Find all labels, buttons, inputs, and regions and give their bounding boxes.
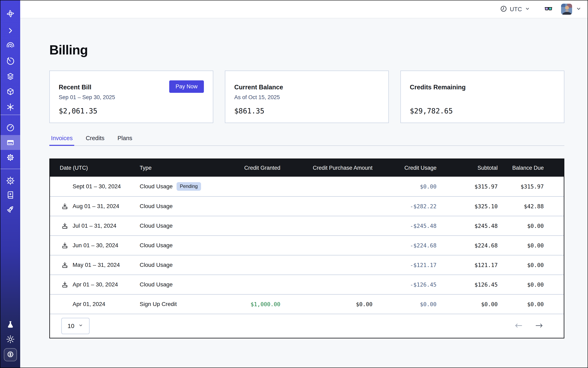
invoice-type: Cloud Usage (140, 183, 173, 190)
chevron-down-icon (78, 322, 83, 330)
tab-plans[interactable]: Plans (116, 135, 134, 146)
credit-usage-value: -$282.22 (372, 203, 436, 210)
sidebar-item-billing[interactable] (0, 135, 20, 150)
sidebar-item-admin[interactable] (0, 174, 20, 188)
sidebar-item-expand[interactable] (0, 23, 20, 38)
sidebar-item-monitor[interactable] (0, 38, 20, 54)
sidebar-divider (0, 169, 20, 169)
3d-glasses-icon (544, 10, 553, 14)
invoice-date: Apr 01 – 30, 2024 (72, 281, 118, 288)
sidebar-item-services[interactable] (0, 99, 20, 115)
balance-due-value: $0.00 (498, 242, 564, 249)
card-amount: $2,061.35 (59, 107, 204, 115)
timezone-dropdown[interactable]: UTC (500, 5, 531, 13)
scan-eye-icon (6, 41, 15, 51)
flask-icon (6, 320, 15, 329)
invoice-type: Sign Up Credit (140, 301, 177, 307)
asterisk-icon (6, 102, 15, 112)
user-avatar[interactable] (561, 4, 572, 15)
sidebar-item-history[interactable] (0, 54, 20, 69)
sidebar-group-bottom (0, 317, 20, 361)
credit-usage-value: -$224.68 (372, 242, 436, 249)
balance-due-value: $42.88 (498, 203, 564, 210)
invoice-date: Aug 01 – 31, 2024 (72, 203, 119, 210)
credit-usage-value: -$245.48 (372, 223, 436, 229)
sidebar-item-theme[interactable] (0, 332, 20, 347)
timezone-label: UTC (510, 6, 522, 13)
sidebar-item-quickstart[interactable] (0, 202, 20, 216)
sidebar-item-usage[interactable] (0, 120, 20, 135)
helm-wheel-icon (6, 176, 15, 185)
view-mode-button[interactable] (544, 4, 553, 14)
column-header-subtotal: Subtotal (436, 165, 498, 171)
invoice-date: Apr 01, 2024 (72, 301, 105, 307)
subtotal-value: $0.00 (436, 301, 498, 307)
subtotal-value: $245.48 (436, 223, 498, 229)
previous-page-button[interactable] (514, 322, 523, 330)
invoice-date: Jun 01 – 30, 2024 (72, 242, 118, 249)
sidebar-item-containers[interactable] (0, 84, 20, 99)
invoice-date: Sept 01 – 30, 2024 (72, 183, 121, 190)
credit-purchase-value: $0.00 (280, 301, 372, 307)
recent-bill-card: Recent Bill Sep 01 – Sep 30, 2025 $2,061… (49, 71, 213, 123)
column-header-balance-due: Balance Due (498, 165, 564, 171)
download-invoice-button[interactable] (61, 203, 68, 210)
layers-icon (6, 72, 15, 81)
topbar: UTC (20, 0, 588, 18)
chevron-right-icon (6, 26, 15, 35)
table-row: Apr 01 – 30, 2024 Cloud Usage -$126.45 $… (50, 275, 564, 294)
balance-due-value: $0.00 (498, 282, 564, 288)
sidebar-item-settings[interactable] (0, 150, 20, 165)
sidebar-item-layers[interactable] (0, 69, 20, 84)
gear-icon (6, 153, 15, 162)
credits-remaining-card: Credits Remaining $29,782.65 (400, 71, 564, 123)
column-header-date: Date (UTC) (50, 165, 140, 171)
card-amount: $861.35 (234, 107, 380, 115)
subtotal-value: $315.97 (436, 183, 498, 190)
clock-icon (500, 5, 507, 13)
credit-usage-value: $0.00 (372, 183, 436, 190)
table-row: Sept 01 – 30, 2024 Cloud Usage Pending $… (50, 177, 564, 196)
card-subtitle: Sep 01 – Sep 30, 2025 (59, 94, 204, 101)
invoice-date: May 01 – 31, 2024 (72, 262, 120, 268)
credits-button[interactable] (4, 348, 17, 361)
sidebar (0, 0, 20, 368)
tab-invoices[interactable]: Invoices (49, 135, 74, 146)
invoice-type: Cloud Usage (140, 262, 173, 268)
user-menu-chevron-down-icon[interactable] (575, 6, 582, 13)
tab-credits[interactable]: Credits (84, 135, 106, 146)
invoice-type: Cloud Usage (140, 222, 173, 229)
download-invoice-button[interactable] (61, 261, 68, 268)
gauge-icon (6, 123, 15, 132)
table-row: Aug 01 – 31, 2024 Cloud Usage -$282.22 $… (50, 196, 564, 216)
table-row: Apr 01, 2024 Sign Up Credit $1,000.00 $0… (50, 294, 564, 314)
download-invoice-button[interactable] (61, 222, 68, 229)
card-subtitle (410, 94, 555, 101)
download-invoice-button[interactable] (61, 242, 68, 249)
invoice-type: Cloud Usage (140, 242, 173, 249)
sidebar-item-docs[interactable] (0, 188, 20, 202)
summary-cards: Recent Bill Sep 01 – Sep 30, 2025 $2,061… (49, 71, 564, 123)
card-amount: $29,782.65 (410, 107, 555, 115)
status-badge: Pending (177, 182, 201, 191)
next-page-button[interactable] (535, 322, 544, 330)
table-row: May 01 – 31, 2024 Cloud Usage -$121.17 $… (50, 255, 564, 275)
sidebar-item-labs[interactable] (0, 317, 20, 332)
subtotal-value: $126.45 (436, 282, 498, 288)
sidebar-group-account (0, 120, 20, 165)
sidebar-group-resources (0, 174, 20, 216)
credit-granted-value: $1,000.00 (231, 301, 280, 307)
app-logo[interactable] (0, 0, 20, 23)
book-sparkle-icon (6, 190, 15, 200)
page-size-value: 10 (67, 322, 74, 330)
subtotal-value: $325.10 (436, 203, 498, 210)
download-invoice-button[interactable] (61, 281, 68, 288)
page-size-select[interactable]: 10 (61, 318, 90, 334)
table-row: Jul 01 – 31, 2024 Cloud Usage -$245.48 $… (50, 216, 564, 235)
balance-due-value: $0.00 (498, 223, 564, 229)
subtotal-value: $224.68 (436, 242, 498, 249)
history-timer-icon (6, 56, 15, 66)
column-header-credit-usage: Credit Usage (372, 165, 436, 171)
column-header-type: Type (140, 165, 231, 171)
pay-now-button[interactable]: Pay Now (169, 80, 204, 93)
